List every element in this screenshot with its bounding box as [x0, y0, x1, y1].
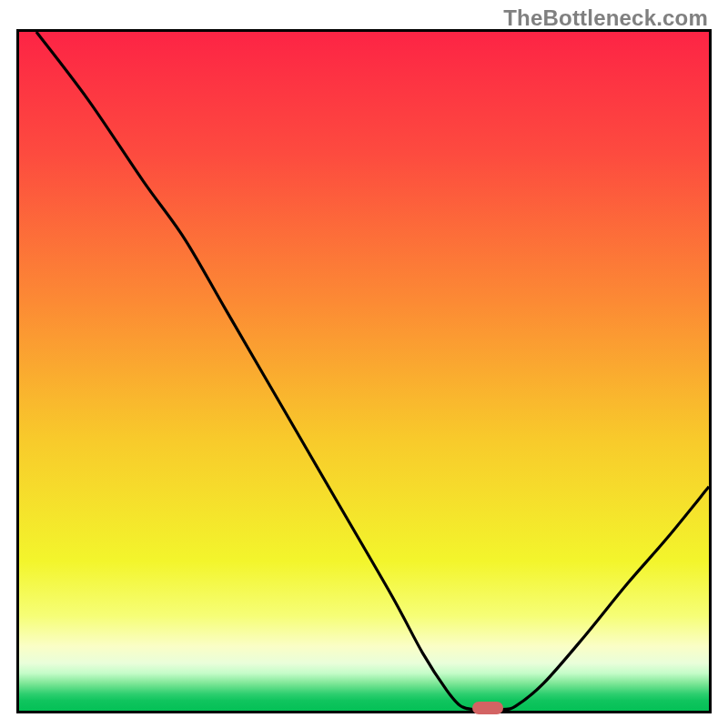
chart-frame	[16, 29, 712, 713]
optimal-point-marker-icon	[472, 702, 503, 714]
watermark-text: TheBottleneck.com	[503, 5, 708, 31]
bottleneck-curve-plot	[19, 32, 709, 711]
